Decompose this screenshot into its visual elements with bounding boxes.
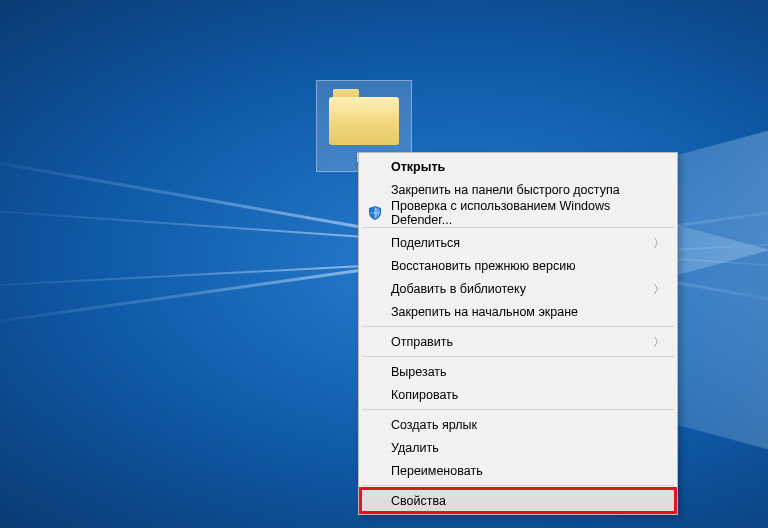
menu-rename[interactable]: Переименовать: [361, 459, 675, 482]
menu-copy[interactable]: Копировать: [361, 383, 675, 406]
desktop[interactable]: Но Открыть Закрепить на панели быстрого …: [0, 0, 768, 528]
menu-item-label: Копировать: [391, 388, 458, 402]
menu-separator: [362, 356, 674, 357]
menu-item-label: Вырезать: [391, 365, 447, 379]
menu-restore-previous[interactable]: Восстановить прежнюю версию: [361, 254, 675, 277]
menu-pin-to-start[interactable]: Закрепить на начальном экране: [361, 300, 675, 323]
menu-separator: [362, 326, 674, 327]
menu-item-label: Закрепить на начальном экране: [391, 305, 578, 319]
folder-icon: [329, 89, 399, 145]
menu-defender-scan[interactable]: Проверка с использованием Windows Defend…: [361, 201, 675, 224]
menu-item-label: Поделиться: [391, 236, 460, 250]
menu-item-label: Переименовать: [391, 464, 483, 478]
menu-separator: [362, 227, 674, 228]
menu-item-label: Создать ярлык: [391, 418, 477, 432]
context-menu: Открыть Закрепить на панели быстрого дос…: [358, 152, 678, 515]
menu-cut[interactable]: Вырезать: [361, 360, 675, 383]
menu-item-label: Удалить: [391, 441, 439, 455]
menu-item-label: Закрепить на панели быстрого доступа: [391, 183, 620, 197]
menu-item-label: Свойства: [391, 494, 446, 508]
menu-delete[interactable]: Удалить: [361, 436, 675, 459]
menu-item-label: Восстановить прежнюю версию: [391, 259, 576, 273]
menu-add-to-library[interactable]: Добавить в библиотеку 〉: [361, 277, 675, 300]
chevron-right-icon: 〉: [653, 280, 665, 297]
menu-create-shortcut[interactable]: Создать ярлык: [361, 413, 675, 436]
menu-share[interactable]: Поделиться 〉: [361, 231, 675, 254]
menu-separator: [362, 485, 674, 486]
menu-item-label: Добавить в библиотеку: [391, 282, 526, 296]
menu-separator: [362, 409, 674, 410]
menu-open[interactable]: Открыть: [361, 155, 675, 178]
menu-send-to[interactable]: Отправить 〉: [361, 330, 675, 353]
shield-icon: [367, 205, 383, 221]
svg-rect-1: [370, 212, 380, 213]
menu-item-label: Проверка с использованием Windows Defend…: [391, 199, 647, 227]
menu-item-label: Открыть: [391, 160, 445, 174]
chevron-right-icon: 〉: [653, 333, 665, 350]
menu-item-label: Отправить: [391, 335, 453, 349]
chevron-right-icon: 〉: [653, 234, 665, 251]
menu-properties[interactable]: Свойства: [361, 489, 675, 512]
